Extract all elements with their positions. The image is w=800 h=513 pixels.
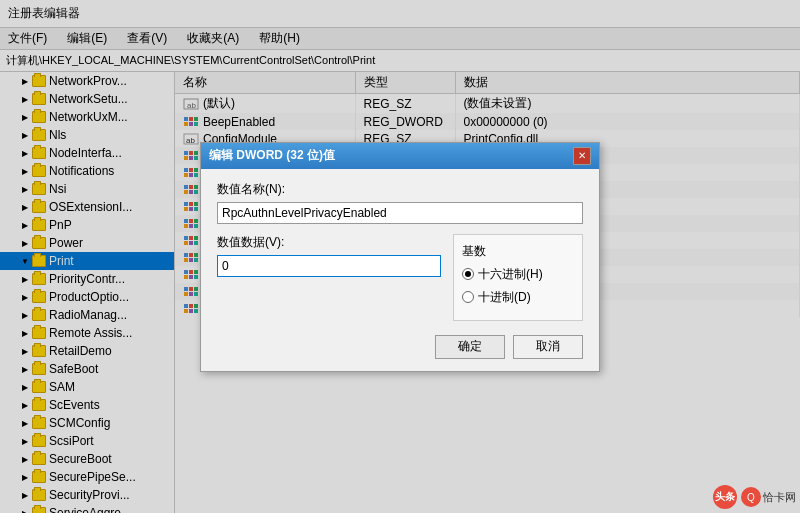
dialog-title-bar: 编辑 DWORD (32 位)值 ✕ — [201, 143, 599, 169]
base-section: 基数 十六进制(H) 十进制(D) — [453, 234, 583, 321]
dialog-title: 编辑 DWORD (32 位)值 — [209, 147, 335, 164]
dialog-buttons: 确定 取消 — [217, 335, 583, 359]
name-input[interactable] — [217, 202, 583, 224]
watermark-logo: 头条 — [713, 485, 737, 509]
dialog-row: 数值数据(V): 基数 十六进制(H) 十进制(D) — [217, 234, 583, 321]
base-title: 基数 — [462, 243, 574, 260]
data-label: 数值数据(V): — [217, 234, 441, 251]
radio-hex[interactable]: 十六进制(H) — [462, 266, 574, 283]
radio-dec-label: 十进制(D) — [478, 289, 531, 306]
name-label: 数值名称(N): — [217, 181, 583, 198]
data-section: 数值数据(V): — [217, 234, 441, 277]
radio-dec[interactable]: 十进制(D) — [462, 289, 574, 306]
watermark: 头条 Q 恰卡网 — [713, 485, 796, 509]
dialog-overlay: 编辑 DWORD (32 位)值 ✕ 数值名称(N): 数值数据(V): 基数 … — [0, 0, 800, 513]
qiaka-logo: Q — [741, 487, 761, 507]
data-input[interactable] — [217, 255, 441, 277]
watermark-text: 恰卡网 — [763, 490, 796, 505]
cancel-button[interactable]: 取消 — [513, 335, 583, 359]
radio-dec-circle — [462, 291, 474, 303]
radio-hex-label: 十六进制(H) — [478, 266, 543, 283]
radio-hex-circle — [462, 268, 474, 280]
dialog-body: 数值名称(N): 数值数据(V): 基数 十六进制(H) 十进制(D) — [201, 169, 599, 371]
edit-dword-dialog: 编辑 DWORD (32 位)值 ✕ 数值名称(N): 数值数据(V): 基数 … — [200, 142, 600, 372]
dialog-close-button[interactable]: ✕ — [573, 147, 591, 165]
ok-button[interactable]: 确定 — [435, 335, 505, 359]
